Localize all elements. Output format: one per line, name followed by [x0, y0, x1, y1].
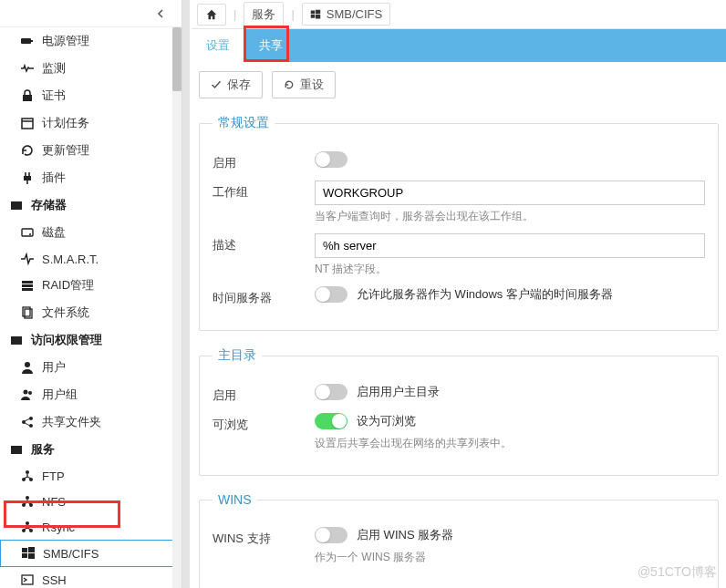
sidebar-item-label: 共享文件夹: [42, 414, 101, 430]
sidebar-item-label: Rsync: [42, 521, 75, 534]
description-input[interactable]: [315, 233, 705, 258]
breadcrumb-smbcifs[interactable]: SMB/CIFS: [302, 3, 390, 26]
enable-toggle[interactable]: [315, 151, 347, 168]
svg-rect-41: [316, 9, 320, 14]
sidebar-item-label: RAID管理: [42, 277, 94, 294]
sidebar-item-2[interactable]: 证书: [0, 82, 182, 109]
main-panel: | 服务 | SMB/CIFS 设置 共享 保存 重设: [182, 0, 726, 588]
description-label: 描述: [213, 233, 304, 253]
sidebar-item-19[interactable]: SMB/CIFS: [0, 540, 182, 567]
sidebar-item-label: 磁盘: [42, 224, 66, 241]
svg-point-31: [26, 521, 29, 525]
sidebar-item-label: S.M.A.R.T.: [42, 253, 99, 266]
home-enable-label: 启用: [213, 384, 304, 404]
sidebar-item-label: SMB/CIFS: [43, 547, 99, 561]
refresh-icon: [20, 143, 35, 158]
sidebar-item-20[interactable]: SSH: [0, 567, 182, 588]
timeserver-label: 时间服务器: [213, 286, 304, 306]
wins-support-label: WINS 支持: [213, 527, 304, 547]
sidebar-item-label: 文件系统: [42, 304, 89, 321]
timeserver-text: 允许此服务器作为 Windows 客户端的时间服务器: [357, 286, 613, 303]
svg-rect-11: [22, 284, 33, 287]
sidebar-item-label: NFS: [42, 495, 66, 509]
network-icon: [20, 469, 35, 483]
breadcrumb-home[interactable]: [197, 4, 226, 26]
toolbar: 保存 重设: [192, 62, 726, 108]
svg-rect-7: [11, 201, 22, 210]
sidebar-item-10[interactable]: 文件系统: [0, 299, 182, 326]
sidebar-item-16[interactable]: FTP: [0, 463, 182, 489]
sidebar-item-label: 访问权限管理: [31, 332, 102, 348]
sidebar-item-5[interactable]: 插件: [0, 164, 182, 191]
reset-button[interactable]: 重设: [272, 71, 336, 98]
files-icon: [20, 305, 35, 320]
users-icon: [20, 387, 35, 402]
sidebar-item-15[interactable]: 服务: [0, 436, 182, 463]
users-icon: [20, 387, 35, 402]
home-icon: [205, 8, 218, 21]
home-enable-toggle[interactable]: [315, 384, 347, 400]
sidebar-item-14[interactable]: 共享文件夹: [0, 408, 182, 436]
sidebar-item-9[interactable]: RAID管理: [0, 272, 182, 299]
terminal-icon: [20, 573, 35, 587]
sidebar-item-1[interactable]: 监测: [0, 55, 182, 82]
sidebar-item-label: 计划任务: [42, 115, 89, 131]
breadcrumb-separator: |: [232, 7, 238, 21]
svg-line-23: [25, 423, 30, 426]
sidebar-item-6[interactable]: 存储器: [0, 191, 182, 219]
svg-rect-34: [22, 548, 27, 552]
network-icon: [20, 469, 35, 483]
refresh-icon: [20, 143, 35, 158]
save-button[interactable]: 保存: [199, 71, 263, 98]
pulse-icon: [20, 252, 35, 266]
sidebar-item-17[interactable]: NFS: [0, 489, 182, 514]
share-icon: [20, 415, 35, 429]
sidebar-item-3[interactable]: 计划任务: [0, 109, 182, 137]
layers-icon: [20, 278, 35, 293]
wins-support-toggle[interactable]: [315, 527, 347, 543]
sidebar-item-label: 存储器: [31, 197, 67, 213]
box-icon: [9, 198, 24, 212]
workgroup-input[interactable]: [315, 181, 705, 205]
layers-icon: [20, 278, 35, 293]
section-wins: WINS WINS 支持 启用 WINS 服务器 作为一个 WINS 服务器: [199, 492, 719, 588]
sidebar-item-11[interactable]: 访问权限管理: [0, 326, 182, 354]
plug-icon: [20, 170, 35, 185]
sidebar-item-7[interactable]: 磁盘: [0, 219, 182, 246]
home-browse-toggle[interactable]: [315, 413, 347, 429]
box-icon: [9, 442, 24, 457]
sidebar-item-label: FTP: [42, 469, 65, 483]
lock-icon: [20, 88, 35, 103]
files-icon: [20, 305, 35, 320]
sidebar-item-18[interactable]: Rsync: [0, 514, 182, 540]
sidebar-item-8[interactable]: S.M.A.R.T.: [0, 246, 182, 272]
check-icon: [211, 79, 222, 90]
svg-rect-35: [28, 547, 35, 552]
sidebar-item-0[interactable]: 电源管理: [0, 27, 182, 55]
sidebar-scrollbar-track: [172, 27, 182, 588]
sidebar-item-4[interactable]: 更新管理: [0, 137, 182, 164]
sidebar-item-12[interactable]: 用户: [0, 354, 182, 381]
splitter[interactable]: [182, 0, 190, 588]
breadcrumb-services[interactable]: 服务: [244, 2, 284, 27]
calendar-icon: [20, 116, 35, 130]
refresh-icon: [284, 79, 295, 90]
sidebar-item-13[interactable]: 用户组: [0, 381, 182, 408]
svg-rect-0: [21, 38, 31, 44]
sidebar-collapse-toggle[interactable]: [0, 0, 182, 27]
box-icon: [9, 198, 24, 212]
hdd-icon: [20, 225, 35, 240]
tab-settings[interactable]: 设置: [192, 29, 244, 62]
tab-shares[interactable]: 共享: [244, 29, 297, 62]
windows-icon: [310, 9, 321, 20]
timeserver-toggle[interactable]: [315, 286, 347, 303]
sidebar-scrollbar-thumb[interactable]: [172, 27, 182, 91]
sidebar-item-label: 监测: [42, 60, 66, 77]
sidebar-item-label: 插件: [42, 170, 66, 186]
workgroup-help: 当客户端查询时，服务器会出现在该工作组。: [315, 209, 705, 224]
workgroup-label: 工作组: [213, 181, 304, 201]
windows-icon: [21, 546, 36, 561]
svg-rect-37: [28, 553, 35, 559]
svg-rect-24: [11, 446, 22, 454]
share-icon: [20, 415, 35, 429]
